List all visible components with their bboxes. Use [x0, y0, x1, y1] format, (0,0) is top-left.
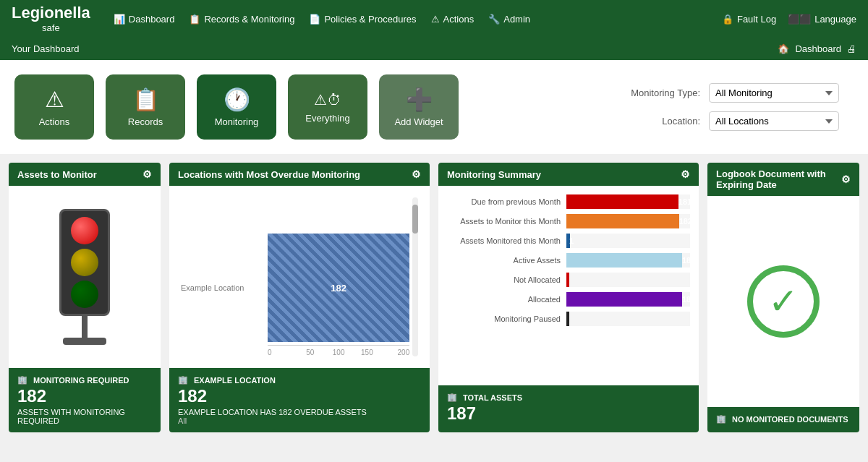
widget-records-label: Records [128, 116, 163, 127]
widget-monitoring-label: Monitoring [215, 116, 259, 127]
monitoring-type-label: Monitoring Type: [613, 87, 700, 98]
light-yellow [71, 249, 98, 276]
sum-label-3: Active Assets [447, 256, 566, 265]
panel-locations-body: Example Location 182 0 50 100 150 200 [169, 186, 430, 368]
sum-label-6: Monitoring Paused [447, 315, 566, 323]
location-bar-value: 182 [331, 283, 346, 294]
panel-logbook-body: ✓ [707, 196, 859, 407]
traffic-post [82, 316, 88, 338]
widget-section: ⚠ Actions 📋 Records 🕐 Monitoring ⚠⏱ Ever… [0, 60, 868, 154]
sum-bar-0 [566, 194, 678, 209]
light-green [71, 281, 98, 308]
monitoring-summary-footer-label: TOTAL ASSETS [463, 393, 522, 402]
brand: Legionella safe [12, 4, 90, 33]
sum-bar-3 [566, 253, 682, 268]
summary-row-2: Assets Monitored this Month 1 [447, 234, 690, 248]
panel-monitoring-summary-footer: 🏢 TOTAL ASSETS 187 [438, 385, 699, 432]
sum-bar-6 [566, 312, 569, 326]
nav-actions[interactable]: ⚠ Actions [431, 14, 475, 25]
sum-label-4: Not Allocated [447, 275, 566, 284]
panel-monitoring-summary: Monitoring Summary ⚙ Due from previous M… [438, 163, 699, 432]
traffic-base [63, 338, 106, 345]
locations-footer-num: 182 [178, 386, 421, 406]
panel-monitoring-summary-body: Due from previous Month 181 Assets to Mo… [438, 186, 699, 385]
location-bar-label: Example Location [181, 283, 268, 292]
dashboard-header-right: 🏠 Dashboard 🖨 [778, 43, 856, 54]
widget-controls: Monitoring Type: All Monitoring Water Ai… [613, 83, 854, 131]
locations-settings-icon[interactable]: ⚙ [412, 168, 421, 180]
brand-sub: safe [12, 22, 90, 33]
assets-footer-label: MONITORING REQUIRED [33, 376, 129, 385]
monitoring-type-select[interactable]: All Monitoring Water Air Temperature [709, 83, 839, 103]
summary-row-6: Monitoring Paused [447, 312, 690, 326]
sum-bar-wrap-1: 182 [566, 214, 690, 228]
summary-row-5: Allocated 187 [447, 292, 690, 307]
sum-label-2: Assets Monitored this Month [447, 236, 566, 245]
widget-everything[interactable]: ⚠⏱ Everything [288, 74, 367, 140]
scroll-thumb[interactable] [412, 205, 418, 234]
location-select[interactable]: All Locations Example Location [709, 111, 839, 131]
actions-icon: ⚠ [45, 87, 64, 112]
monitoring-type-row: Monitoring Type: All Monitoring Water Ai… [613, 83, 839, 103]
panel-locations-title: Locations with Most Overdue Monitoring [178, 169, 360, 180]
widget-records[interactable]: 📋 Records [106, 74, 185, 140]
nav-admin[interactable]: 🔧 Admin [488, 14, 530, 25]
monitoring-summary-settings-icon[interactable]: ⚙ [681, 168, 690, 180]
nav-dashboard[interactable]: 📊 Dashboard [114, 14, 175, 25]
panel-assets-footer: 🏢 MONITORING REQUIRED 182 ASSETS WITH MO… [9, 368, 161, 432]
panel-assets-body [9, 186, 161, 368]
panel-monitoring-summary-header: Monitoring Summary ⚙ [438, 163, 699, 186]
assets-footer-num: 182 [17, 386, 152, 406]
navbar: Legionella safe 📊 Dashboard 📋 Records & … [0, 0, 868, 38]
panel-assets-header: Assets to Monitor ⚙ [9, 163, 161, 186]
sum-val-1: 182 [679, 217, 692, 226]
nav-policies-procedures[interactable]: 📄 Policies & Procedures [309, 14, 416, 25]
sum-bar-wrap-3: 187 [566, 253, 690, 268]
summary-row-4: Not Allocated [447, 273, 690, 287]
brand-name: Legionella [12, 4, 90, 22]
logbook-settings-icon[interactable]: ⚙ [841, 174, 851, 185]
monitoring-summary-footer-num: 187 [447, 403, 690, 424]
summary-row-3: Active Assets 187 [447, 253, 690, 268]
sum-val-0: 181 [678, 197, 692, 206]
widget-icons: ⚠ Actions 📋 Records 🕐 Monitoring ⚠⏱ Ever… [14, 74, 459, 140]
panel-logbook: Logbook Document with Expiring Date ⚙ ✓ … [707, 163, 859, 432]
widget-everything-label: Everything [305, 113, 349, 124]
panel-logbook-title: Logbook Document with Expiring Date [716, 168, 841, 190]
panel-locations: Locations with Most Overdue Monitoring ⚙… [169, 163, 430, 432]
location-label: Location: [613, 116, 700, 127]
widget-add[interactable]: ➕ Add Widget [379, 74, 459, 140]
panel-assets-title: Assets to Monitor [17, 169, 97, 180]
sum-val-5: 187 [682, 295, 695, 304]
everything-icon: ⚠⏱ [314, 91, 341, 108]
logbook-footer-label: NO MONITORED DOCUMENTS [732, 415, 848, 424]
nav-records-monitoring[interactable]: 📋 Records & Monitoring [189, 14, 294, 25]
sum-label-0: Due from previous Month [447, 197, 566, 206]
assets-footer-desc: ASSETS WITH MONITORING REQUIRED [17, 408, 152, 425]
widget-actions-label: Actions [39, 116, 70, 127]
sum-bar-wrap-4 [566, 273, 690, 287]
widget-actions[interactable]: ⚠ Actions [14, 74, 94, 140]
sum-bar-1 [566, 214, 679, 228]
panel-logbook-footer: 🏢 NO MONITORED DOCUMENTS [707, 407, 859, 432]
light-red [71, 217, 98, 244]
panels-row: Assets to Monitor ⚙ 🏢 MONITORING REQUIRE… [0, 154, 868, 441]
nav-fault-log[interactable]: 🔒 Fault Log [722, 14, 776, 25]
sum-bar-5 [566, 292, 682, 307]
nav-links: 📊 Dashboard 📋 Records & Monitoring 📄 Pol… [114, 14, 722, 25]
sum-val-3: 187 [682, 256, 695, 265]
traffic-light [59, 209, 110, 316]
assets-settings-icon[interactable]: ⚙ [142, 168, 152, 180]
panel-locations-footer: 🏢 EXAMPLE LOCATION 182 EXAMPLE LOCATION … [169, 368, 430, 432]
sum-label-1: Assets to Monitor this Month [447, 217, 566, 226]
dashboard-header: Your Dashboard 🏠 Dashboard 🖨 [0, 38, 868, 60]
sum-bar-wrap-2: 1 [566, 234, 690, 248]
nav-language[interactable]: ⬛⬛ Language [788, 14, 856, 25]
add-icon: ➕ [406, 87, 433, 112]
locations-footer-icon: 🏢 [178, 375, 188, 385]
widget-monitoring[interactable]: 🕐 Monitoring [197, 74, 276, 140]
print-icon[interactable]: 🖨 [847, 43, 856, 54]
locations-footer-sub: All [178, 416, 421, 425]
summary-row-0: Due from previous Month 181 [447, 194, 690, 209]
locations-footer-desc: EXAMPLE LOCATION HAS 182 OVERDUE ASSETS [178, 408, 421, 416]
